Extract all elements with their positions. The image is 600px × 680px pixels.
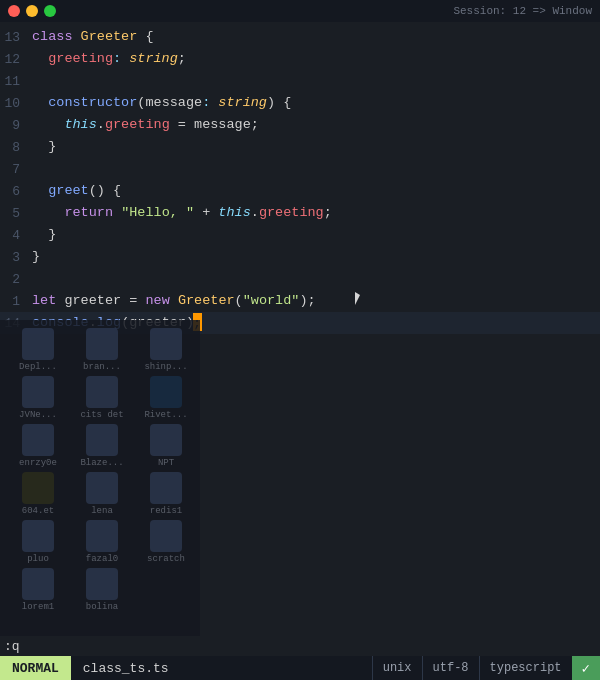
list-item: lorem1 xyxy=(8,568,68,612)
session-info: Session: 12 => Window xyxy=(453,5,592,17)
cmd-text: :q xyxy=(4,639,20,654)
token: this xyxy=(64,117,96,132)
file-label: scratch xyxy=(147,554,185,564)
token: Greeter xyxy=(81,29,138,44)
line-number: 10 xyxy=(0,96,32,111)
token: greeting xyxy=(105,117,170,132)
file-icon xyxy=(22,376,54,408)
maximize-button[interactable] xyxy=(44,5,56,17)
file-icon xyxy=(86,328,118,360)
token: Greeter xyxy=(178,293,235,308)
minimize-button[interactable] xyxy=(26,5,38,17)
file-label: lena xyxy=(91,506,113,516)
token: () { xyxy=(89,183,121,198)
file-label: Blaze... xyxy=(80,458,123,468)
token: ; xyxy=(251,117,259,132)
token: new xyxy=(145,293,169,308)
line-number: 8 xyxy=(0,140,32,155)
token xyxy=(113,205,121,220)
list-item: lena xyxy=(72,472,132,516)
file-label: pluo xyxy=(27,554,49,564)
file-icon xyxy=(22,328,54,360)
file-icon xyxy=(86,376,118,408)
token xyxy=(32,95,48,110)
token: message xyxy=(194,117,251,132)
token xyxy=(32,183,48,198)
file-icon xyxy=(150,520,182,552)
code-line-1: 1let greeter = new Greeter("world"); xyxy=(0,290,600,312)
list-item: Rivet... xyxy=(136,376,196,420)
file-label: redis1 xyxy=(150,506,182,516)
token: ( xyxy=(235,293,243,308)
token: } xyxy=(32,139,56,154)
list-item: redis1 xyxy=(136,472,196,516)
code-line-13: 13class Greeter { xyxy=(0,26,600,48)
token: ) { xyxy=(267,95,291,110)
line-content: return "Hello, " + this.greeting; xyxy=(32,202,596,224)
token: string xyxy=(218,95,267,110)
list-item: scratch xyxy=(136,520,196,564)
filetype-info: typescript xyxy=(479,656,572,680)
line-content: let greeter = new Greeter("world"); xyxy=(32,290,596,312)
list-item: pluo xyxy=(8,520,68,564)
list-item: bran... xyxy=(72,328,132,372)
line-content: greet() { xyxy=(32,180,596,202)
file-label: cits det xyxy=(80,410,123,420)
file-icon xyxy=(22,424,54,456)
file-label: Depl... xyxy=(19,362,57,372)
file-icon xyxy=(86,424,118,456)
code-line-4: 4 } xyxy=(0,224,600,246)
vim-mode: NORMAL xyxy=(0,656,71,680)
file-icon xyxy=(86,568,118,600)
file-label: JVNe... xyxy=(19,410,57,420)
list-item: NPT xyxy=(136,424,196,468)
token: = xyxy=(170,117,194,132)
file-icon xyxy=(22,568,54,600)
file-icon xyxy=(150,328,182,360)
file-label: Rivet... xyxy=(144,410,187,420)
code-editor[interactable]: 13class Greeter {12 greeting: string;111… xyxy=(0,22,600,338)
line-number: 4 xyxy=(0,228,32,243)
code-line-10: 10 constructor(message: string) { xyxy=(0,92,600,114)
token: ; xyxy=(324,205,332,220)
token xyxy=(32,51,48,66)
line-number: 1 xyxy=(0,294,32,309)
file-icon xyxy=(22,472,54,504)
token: : xyxy=(113,51,129,66)
charset-info: utf-8 xyxy=(422,656,479,680)
file-icon xyxy=(150,376,182,408)
file-label: enrzy0e xyxy=(19,458,57,468)
line-number: 6 xyxy=(0,184,32,199)
code-line-12: 12 greeting: string; xyxy=(0,48,600,70)
line-number: 5 xyxy=(0,206,32,221)
line-number: 9 xyxy=(0,118,32,133)
line-content: this.greeting = message; xyxy=(32,114,596,136)
token: ); xyxy=(299,293,315,308)
code-line-7: 7 xyxy=(0,158,600,180)
file-label: shinp... xyxy=(144,362,187,372)
token: = xyxy=(121,293,145,308)
file-explorer-overlay: Depl...bran...shinp...JVNe...cits detRiv… xyxy=(0,320,200,660)
close-button[interactable] xyxy=(8,5,20,17)
code-line-3: 3} xyxy=(0,246,600,268)
status-right: unix utf-8 typescript ✓ xyxy=(372,656,600,680)
statusbar: NORMAL class_ts.ts unix utf-8 typescript… xyxy=(0,656,600,680)
file-label: bolina xyxy=(86,602,118,612)
list-item: Depl... xyxy=(8,328,68,372)
line-number: 2 xyxy=(0,272,32,287)
list-item: bolina xyxy=(72,568,132,612)
check-icon: ✓ xyxy=(572,656,600,680)
list-item: fazal0 xyxy=(72,520,132,564)
line-number: 12 xyxy=(0,52,32,67)
code-line-6: 6 greet() { xyxy=(0,180,600,202)
code-line-2: 2 xyxy=(0,268,600,290)
list-item: Blaze... xyxy=(72,424,132,468)
token: "Hello, " xyxy=(121,205,194,220)
encoding-info: unix xyxy=(372,656,422,680)
file-icon xyxy=(22,520,54,552)
token: . xyxy=(97,117,105,132)
token: { xyxy=(137,29,153,44)
token: class xyxy=(32,29,81,44)
list-item: JVNe... xyxy=(8,376,68,420)
file-label: fazal0 xyxy=(86,554,118,564)
